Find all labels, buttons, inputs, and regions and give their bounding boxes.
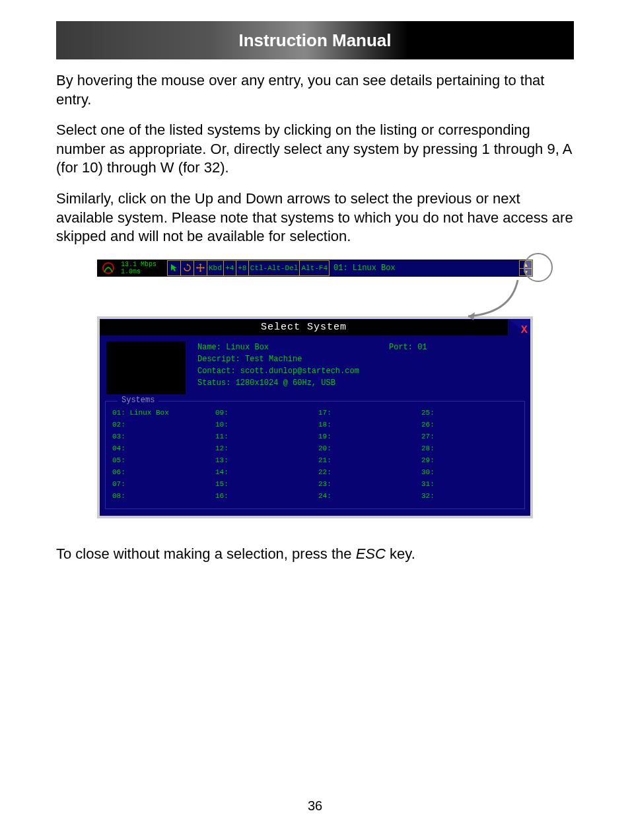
cursor-icon[interactable] xyxy=(167,260,181,276)
system-slot[interactable]: 10: xyxy=(215,419,312,431)
system-slot[interactable]: 29: xyxy=(421,454,518,466)
detail-lines: Port: 01 Name: Linux Box Descript: Test … xyxy=(197,341,359,394)
remote-toolbar: 13.1 Mbps 1.0ms Kbd +4 +8 Ctl-Alt-Del Al… xyxy=(97,260,533,277)
system-slot[interactable]: 19: xyxy=(318,431,415,442)
system-slot[interactable]: 24: xyxy=(318,490,415,502)
detail-pane: Port: 01 Name: Linux Box Descript: Test … xyxy=(100,336,530,397)
systems-group: Systems 01: Linux Box09:17:25:02:10:18:2… xyxy=(105,401,525,509)
current-system-label: 01: Linux Box xyxy=(330,260,519,276)
system-slot[interactable]: 14: xyxy=(215,466,312,478)
system-slot[interactable]: 01: Linux Box xyxy=(112,407,209,419)
preview-thumbnail xyxy=(106,341,186,394)
system-slot[interactable]: 18: xyxy=(318,419,415,431)
contact-value: scott.dunlop@startech.com xyxy=(240,367,359,376)
dialog-title: Select System xyxy=(100,320,508,335)
select-system-dialog: Select System X Port: 01 Name: Linux Box… xyxy=(97,316,533,518)
system-slot[interactable]: 32: xyxy=(421,490,518,502)
ctl-alt-del-button[interactable]: Ctl-Alt-Del xyxy=(248,260,300,276)
page-number: 36 xyxy=(0,798,630,814)
system-slot[interactable]: 04: xyxy=(112,442,209,454)
system-slot[interactable]: 02: xyxy=(112,419,209,431)
system-slot[interactable]: 23: xyxy=(318,478,415,490)
kbd-button[interactable]: Kbd xyxy=(207,260,224,276)
paragraph-4: To close without making a selection, pre… xyxy=(56,545,574,564)
system-slot[interactable]: 25: xyxy=(421,407,518,419)
system-slot[interactable]: 03: xyxy=(112,431,209,442)
system-slot[interactable]: 09: xyxy=(215,407,312,419)
port-label: Port: xyxy=(389,343,413,352)
system-slot[interactable]: 12: xyxy=(215,442,312,454)
system-slot[interactable]: 31: xyxy=(421,478,518,490)
paragraph-3: Similarly, click on the Up and Down arro… xyxy=(56,190,574,246)
plus4-button[interactable]: +4 xyxy=(223,260,236,276)
rate-line-2: 1.0ms xyxy=(121,268,166,275)
paragraph-2: Select one of the listed systems by clic… xyxy=(56,121,574,178)
status-label: Status: xyxy=(197,378,230,388)
logo-icon xyxy=(98,260,119,276)
descript-label: Descript: xyxy=(197,355,240,364)
system-slot[interactable]: 28: xyxy=(421,442,518,454)
status-value: 1280x1024 @ 60Hz, USB xyxy=(236,378,335,388)
system-slot[interactable]: 13: xyxy=(215,454,312,466)
system-slot[interactable]: 11: xyxy=(215,431,312,442)
system-slot[interactable]: 27: xyxy=(421,431,518,442)
close-button[interactable]: X xyxy=(521,324,528,336)
p4-post: key. xyxy=(386,545,415,562)
refresh-icon[interactable] xyxy=(180,260,194,276)
paragraph-1: By hovering the mouse over any entry, yo… xyxy=(56,71,574,109)
port-value: 01 xyxy=(417,343,427,352)
system-slot[interactable]: 15: xyxy=(215,478,312,490)
magnifier-lens xyxy=(524,253,553,282)
system-slot[interactable]: 17: xyxy=(318,407,415,419)
bandwidth-readout: 13.1 Mbps 1.0ms xyxy=(119,260,168,276)
plus8-button[interactable]: +8 xyxy=(236,260,249,276)
name-value: Linux Box xyxy=(226,343,269,352)
contact-label: Contact: xyxy=(197,367,236,376)
system-slot[interactable]: 21: xyxy=(318,454,415,466)
esc-key: ESC xyxy=(356,545,386,562)
system-slot[interactable]: 16: xyxy=(215,490,312,502)
header-bar: Instruction Manual xyxy=(56,21,574,59)
system-slot[interactable]: 26: xyxy=(421,419,518,431)
header-title: Instruction Manual xyxy=(238,30,391,50)
systems-grid: 01: Linux Box09:17:25:02:10:18:26:03:11:… xyxy=(112,407,518,502)
descript-value: Test Machine xyxy=(245,355,302,364)
system-slot[interactable]: 06: xyxy=(112,466,209,478)
move-icon[interactable] xyxy=(193,260,207,276)
system-slot[interactable]: 30: xyxy=(421,466,518,478)
system-slot[interactable]: 05: xyxy=(112,454,209,466)
system-slot[interactable]: 07: xyxy=(112,478,209,490)
system-slot[interactable]: 20: xyxy=(318,442,415,454)
systems-legend: Systems xyxy=(118,396,158,405)
system-slot[interactable]: 08: xyxy=(112,490,209,502)
name-label: Name: xyxy=(197,343,221,352)
screenshot-figure: 13.1 Mbps 1.0ms Kbd +4 +8 Ctl-Alt-Del Al… xyxy=(97,260,533,518)
system-slot[interactable]: 22: xyxy=(318,466,415,478)
rate-line-1: 13.1 Mbps xyxy=(121,261,166,268)
alt-f4-button[interactable]: Alt-F4 xyxy=(299,260,330,276)
p4-pre: To close without making a selection, pre… xyxy=(56,545,356,562)
